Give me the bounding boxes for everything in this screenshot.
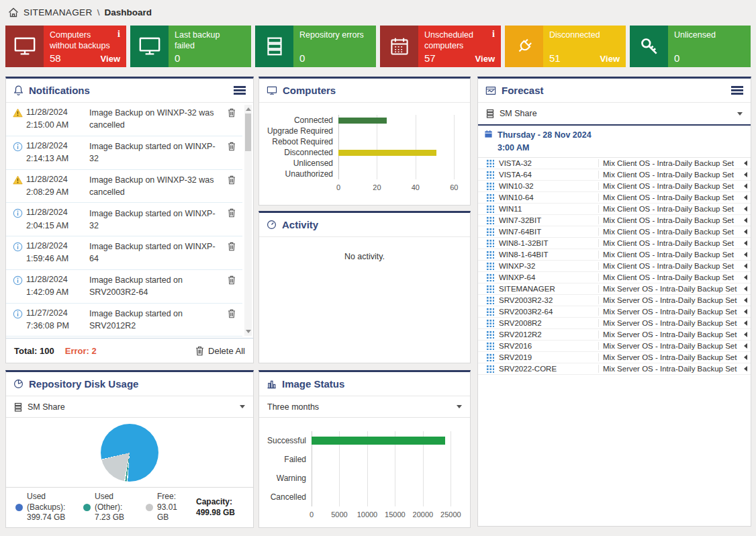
expand-arrow-icon[interactable] xyxy=(740,332,751,337)
forecast-icon xyxy=(485,86,496,95)
forecast-row[interactable]: VISTA-64 Mix Client OS - Intra-Daily Bac… xyxy=(478,169,751,181)
forecast-share-dropdown[interactable]: SM Share xyxy=(478,103,751,126)
legend-label: Used (Other): 7.23 GB xyxy=(95,492,136,523)
forecast-row[interactable]: SRV2019 Mix Server OS - Intra-Daily Back… xyxy=(478,352,751,363)
view-link[interactable]: View xyxy=(600,54,620,64)
no-activity-text: No activity. xyxy=(259,237,470,261)
home-icon[interactable] xyxy=(8,7,19,17)
info-icon[interactable]: i xyxy=(492,30,495,52)
expand-arrow-icon[interactable] xyxy=(740,286,751,292)
view-link[interactable]: View xyxy=(101,54,120,64)
grid-dots-icon xyxy=(486,205,494,213)
view-link[interactable]: View xyxy=(475,54,495,64)
breadcrumb-site[interactable]: SITEMANAGER xyxy=(23,7,93,17)
card-value: 0 xyxy=(299,52,305,64)
expand-arrow-icon[interactable] xyxy=(740,275,751,280)
notification-message: Image Backup started on WINXP-32 xyxy=(84,208,228,232)
forecast-row[interactable]: SRV2008R2 Mix Server OS - Intra-Daily Ba… xyxy=(478,318,751,329)
forecast-row[interactable]: VISTA-32 Mix Client OS - Intra-Daily Bac… xyxy=(478,158,751,169)
computer-name: WIN10-32 xyxy=(499,182,598,190)
scrollbar[interactable] xyxy=(244,105,252,336)
expand-arrow-icon[interactable] xyxy=(740,355,751,360)
trash-icon[interactable] xyxy=(228,173,241,185)
expand-arrow-icon[interactable] xyxy=(740,240,751,246)
grid-dots-icon xyxy=(486,308,494,316)
card-disconnected[interactable]: Disconnected 51 View xyxy=(505,26,626,67)
notification-timestamp: 11/28/20242:04:15 AM xyxy=(26,206,84,232)
expand-arrow-icon[interactable] xyxy=(740,343,751,349)
expand-arrow-icon[interactable] xyxy=(740,309,751,314)
scrollbar-thumb[interactable] xyxy=(245,114,251,151)
expand-arrow-icon[interactable] xyxy=(740,218,751,223)
expand-arrow-icon[interactable] xyxy=(740,172,751,177)
forecast-row[interactable]: WIN7-32BIT Mix Client OS - Intra-Daily B… xyxy=(478,215,751,226)
expand-arrow-icon[interactable] xyxy=(740,229,751,234)
forecast-row[interactable]: WIN10-64 Mix Client OS - Intra-Daily Bac… xyxy=(478,192,751,204)
card-unlicensed[interactable]: Unlicensed 0 xyxy=(630,26,751,67)
forecast-row[interactable]: WIN10-32 Mix Client OS - Intra-Daily Bac… xyxy=(478,181,751,192)
forecast-row[interactable]: WIN7-64BIT Mix Client OS - Intra-Daily B… xyxy=(478,226,751,238)
card-last-backup-failed[interactable]: Last backup failed 0 xyxy=(130,26,251,67)
computer-name: WIN8-1-64BIT xyxy=(499,251,598,259)
expand-arrow-icon[interactable] xyxy=(740,183,751,189)
forecast-row[interactable]: WINXP-32 Mix Client OS - Intra-Daily Bac… xyxy=(478,261,751,272)
forecast-row[interactable]: SRV2003R2-64 Mix Server OS - Intra-Daily… xyxy=(478,306,751,318)
axis-category-label: Failed xyxy=(263,450,312,469)
axis-tick-label: 40 xyxy=(412,183,420,191)
expand-arrow-icon[interactable] xyxy=(740,366,751,371)
computer-name: SITEMANAGER xyxy=(499,285,598,293)
scroll-down-icon[interactable] xyxy=(246,330,251,333)
forecast-row[interactable]: SRV2003R2-32 Mix Server OS - Intra-Daily… xyxy=(478,295,751,306)
plug-icon xyxy=(505,26,543,67)
axis-category-label: Unauthorized xyxy=(263,169,338,179)
forecast-row[interactable]: WIN11 Mix Client OS - Intra-Daily Backup… xyxy=(478,204,751,215)
forecast-row[interactable]: WINXP-64 Mix Client OS - Intra-Daily Bac… xyxy=(478,272,751,283)
expand-arrow-icon[interactable] xyxy=(740,195,751,200)
menu-icon[interactable] xyxy=(731,86,743,88)
expand-arrow-icon[interactable] xyxy=(740,298,751,303)
period-dropdown[interactable]: Three months xyxy=(259,396,470,418)
notification-item: 11/28/20241:42:09 AM Image Backup starte… xyxy=(6,270,242,304)
info-icon[interactable]: i xyxy=(117,30,120,52)
grid-dots-icon xyxy=(486,182,494,190)
total-count: Total: 100 xyxy=(14,346,54,356)
forecast-row[interactable]: SITEMANAGER Mix Server OS - Intra-Daily … xyxy=(478,283,751,295)
expand-arrow-icon[interactable] xyxy=(740,263,751,269)
notification-item: 11/28/20242:15:00 AM Image Backup on WIN… xyxy=(6,103,242,136)
forecast-row[interactable]: WIN8-1-32BIT Mix Client OS - Intra-Daily… xyxy=(478,238,751,249)
scroll-up-icon[interactable] xyxy=(246,107,251,111)
trash-icon[interactable] xyxy=(228,140,241,151)
trash-icon[interactable] xyxy=(228,240,241,251)
calendar-icon xyxy=(380,26,418,67)
card-repository-errors[interactable]: Repository errors 0 xyxy=(255,26,376,67)
card-computers-without-backups[interactable]: Computers without backups i 58 View xyxy=(5,26,126,67)
trash-icon[interactable] xyxy=(228,106,241,118)
forecast-row[interactable]: SRV2016 Mix Server OS - Intra-Daily Back… xyxy=(478,341,751,352)
selected-period: Three months xyxy=(267,402,319,412)
forecast-row[interactable]: SRV2022-CORE Mix Server OS - Intra-Daily… xyxy=(478,363,751,375)
backup-set-name: Mix Server OS - Intra-Daily Backup Set xyxy=(598,296,740,304)
backup-set-name: Mix Server OS - Intra-Daily Backup Set xyxy=(598,285,740,293)
expand-arrow-icon[interactable] xyxy=(740,320,751,326)
disk-usage-legend: Used (Backups): 399.74 GB Used (Other): … xyxy=(6,487,253,527)
menu-icon[interactable] xyxy=(234,86,246,88)
forecast-row[interactable]: WIN8-1-64BIT Mix Client OS - Intra-Daily… xyxy=(478,249,751,261)
trash-icon[interactable] xyxy=(228,307,241,318)
trash-icon[interactable] xyxy=(228,273,241,285)
card-unscheduled-computers[interactable]: Unscheduled computers i 57 View xyxy=(380,26,501,67)
grid-dots-icon xyxy=(486,216,494,224)
expand-arrow-icon[interactable] xyxy=(740,206,751,212)
expand-arrow-icon[interactable] xyxy=(740,252,751,257)
expand-arrow-icon[interactable] xyxy=(740,161,751,166)
computer-name: WIN7-64BIT xyxy=(499,228,598,236)
info-icon xyxy=(13,307,26,319)
delete-all-button[interactable]: Delete All xyxy=(195,346,245,356)
gauge-icon xyxy=(267,220,277,230)
trash-icon[interactable] xyxy=(228,206,241,218)
card-title: Repository errors xyxy=(299,30,364,40)
forecast-row[interactable]: SRV2012R2 Mix Server OS - Intra-Daily Ba… xyxy=(478,329,751,341)
notifications-list: 11/28/20242:15:00 AM Image Backup on WIN… xyxy=(6,103,253,338)
repository-share-dropdown[interactable]: SM Share xyxy=(6,396,253,418)
computer-name: WINXP-64 xyxy=(499,273,598,281)
notification-timestamp: 11/28/20242:14:13 AM xyxy=(26,140,84,166)
